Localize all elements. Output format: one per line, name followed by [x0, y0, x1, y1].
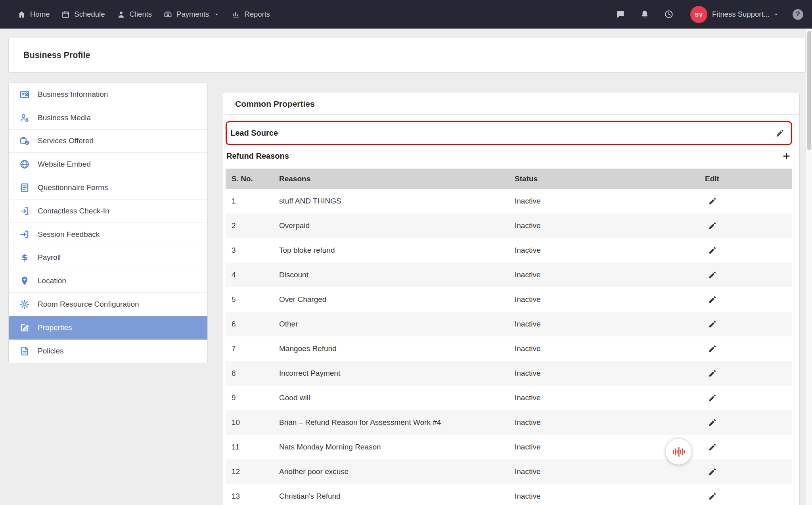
recording-indicator[interactable]: [666, 439, 691, 465]
refund-row-9: 9 Good will Inactive: [226, 386, 792, 410]
nav-item-label: Clients: [130, 10, 152, 19]
sidebar-item-payroll[interactable]: $ Payroll: [9, 246, 207, 270]
cell-edit: [699, 394, 792, 402]
nav-item-home[interactable]: Home: [17, 10, 50, 19]
pencil-icon[interactable]: [776, 129, 785, 138]
sidebar-item-business-media[interactable]: Business Media: [9, 106, 207, 130]
cell-status: Inactive: [509, 418, 699, 427]
refund-reasons-title: Refund Reasons: [226, 152, 289, 161]
cell-status: Inactive: [509, 467, 699, 476]
sidebar-item-location[interactable]: Location: [9, 269, 207, 293]
sidebar-item-business-information[interactable]: Business Information: [9, 83, 207, 106]
media-icon: [19, 113, 30, 123]
cell-reason: Other: [273, 320, 509, 328]
pencil-icon[interactable]: [708, 394, 717, 402]
sidebar-item-properties[interactable]: Properties: [9, 316, 207, 340]
gear-icon: [19, 299, 30, 309]
scrollbar-thumb[interactable]: [807, 31, 811, 150]
pencil-icon[interactable]: [708, 320, 717, 328]
cell-status: Inactive: [509, 320, 699, 328]
pencil-icon[interactable]: [708, 221, 717, 230]
cell-edit: [699, 221, 792, 230]
chat-icon[interactable]: [616, 10, 625, 19]
account-name: Fitness Support...: [712, 10, 770, 19]
pencil-icon[interactable]: [708, 271, 717, 279]
cell-edit: [699, 418, 792, 427]
cell-status: Inactive: [509, 344, 699, 353]
refund-row-1: 1 stuff AND THINGS Inactive: [226, 189, 792, 213]
cell-s-no: 9: [226, 394, 273, 402]
cell-reason: Brian – Refund Reason for Assessment Wor…: [273, 418, 509, 427]
account-menu[interactable]: Fitness Support...: [712, 10, 779, 19]
forms-icon: [19, 182, 30, 193]
nav-item-payments[interactable]: Payments: [164, 10, 220, 19]
feedback-icon: [19, 229, 30, 240]
globe-icon: [19, 159, 30, 169]
sidebar-item-label: Location: [38, 277, 66, 285]
pencil-icon[interactable]: [708, 197, 717, 205]
pin-icon: [19, 276, 30, 286]
cell-edit: [699, 295, 792, 304]
bell-icon[interactable]: [640, 10, 649, 19]
cell-status: Inactive: [509, 492, 699, 501]
sidebar-item-label: Properties: [38, 323, 72, 332]
nav-item-schedule[interactable]: Schedule: [61, 10, 105, 19]
plus-icon[interactable]: [781, 151, 791, 161]
sidebar-item-room-resource-configuration[interactable]: Room Resource Configuration: [9, 293, 207, 316]
refund-row-13: 13 Christian's Refund Inactive: [226, 484, 792, 505]
refund-row-6: 6 Other Inactive: [226, 312, 792, 336]
pencil-icon[interactable]: [708, 418, 717, 427]
cell-s-no: 4: [226, 271, 273, 279]
pencil-icon[interactable]: [708, 443, 717, 451]
cell-status: Inactive: [509, 369, 699, 378]
sidebar-item-questionnaire-forms[interactable]: Questionnaire Forms: [9, 176, 207, 200]
cell-reason: Over Charged: [273, 295, 509, 304]
refund-row-12: 12 Another poor excuse Inactive: [226, 459, 792, 484]
refund-row-5: 5 Over Charged Inactive: [226, 287, 792, 312]
refund-row-3: 3 Top bloke refund Inactive: [226, 238, 792, 263]
cell-edit: [699, 197, 792, 205]
pencil-icon[interactable]: [708, 369, 717, 378]
sidebar-item-label: Questionnaire Forms: [38, 183, 108, 192]
edit-form-icon: [19, 323, 30, 333]
avatar[interactable]: SV: [690, 6, 707, 23]
help-icon[interactable]: ?: [793, 9, 803, 20]
cell-edit: [699, 467, 792, 476]
cell-s-no: 7: [226, 344, 273, 353]
cell-s-no: 3: [226, 246, 273, 255]
cell-reason: Good will: [273, 394, 509, 402]
svg-text:$: $: [21, 253, 27, 263]
clock-icon[interactable]: [664, 10, 674, 19]
common-properties-panel: Common Properties Lead Source Refund Rea…: [223, 93, 800, 505]
refund-row-8: 8 Incorrect Payment Inactive: [226, 361, 792, 386]
pencil-icon[interactable]: [708, 344, 717, 353]
cell-status: Inactive: [509, 394, 699, 402]
pencil-icon[interactable]: [708, 467, 717, 476]
pencil-icon[interactable]: [708, 295, 717, 304]
calendar-icon: [61, 10, 70, 19]
reports-icon: [232, 10, 240, 19]
home-icon: [17, 10, 26, 19]
sidebar-item-contactless-check-in[interactable]: Contactless Check-In: [9, 200, 207, 223]
sidebar-item-policies[interactable]: Policies: [9, 340, 207, 363]
cell-s-no: 12: [226, 467, 273, 476]
cell-reason: Christian's Refund: [273, 492, 509, 501]
panel-body: Lead Source Refund Reasons S. No. Reason…: [223, 115, 799, 505]
cell-s-no: 13: [226, 492, 273, 501]
nav-item-label: Schedule: [74, 10, 105, 19]
refund-reasons-header: Refund Reasons: [226, 147, 792, 165]
cell-edit: [699, 246, 792, 255]
cell-edit: [699, 369, 792, 378]
scrollbar[interactable]: [806, 29, 812, 505]
pencil-icon[interactable]: [708, 246, 717, 255]
table-header: S. No. Reasons Status Edit: [226, 169, 792, 189]
nav-item-clients[interactable]: Clients: [117, 10, 152, 19]
nav-item-reports[interactable]: Reports: [232, 10, 270, 19]
sidebar-item-services-offered[interactable]: Services Offered: [9, 130, 207, 153]
pencil-icon[interactable]: [708, 492, 717, 501]
cell-s-no: 11: [226, 443, 273, 451]
sidebar-item-website-embed[interactable]: Website Embed: [9, 153, 207, 176]
lead-source-row[interactable]: Lead Source: [226, 121, 792, 145]
nav-item-label: Reports: [244, 10, 270, 19]
sidebar-item-session-feedback[interactable]: Session Feedback: [9, 223, 207, 246]
